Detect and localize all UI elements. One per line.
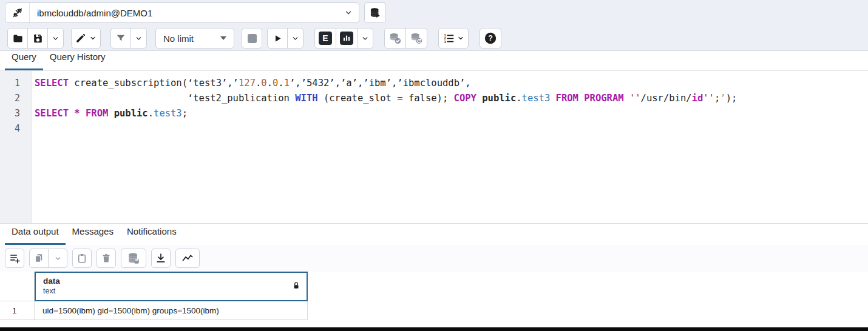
select-caret-icon <box>220 36 226 40</box>
commit-button[interactable] <box>384 28 406 48</box>
window-bottom-edge <box>0 327 868 331</box>
explain-analyze-button[interactable] <box>336 28 358 48</box>
execute-button[interactable] <box>267 28 288 48</box>
rollback-button[interactable] <box>405 28 427 48</box>
row-value-cell[interactable]: uid=1500(ibm) gid=1500(ibm) groups=1500(… <box>35 301 308 320</box>
connection-dropdown[interactable]: ibmclouddb/admin@DEMO1 <box>5 2 359 23</box>
output-tab-bar: Data output Messages Notifications <box>0 223 868 245</box>
sql-editor[interactable]: 1234 SELECT create_subscription(‘test3’,… <box>0 71 868 223</box>
column-name: data <box>43 276 299 286</box>
explain-button[interactable]: E <box>314 28 336 48</box>
save-data-button[interactable] <box>121 249 146 268</box>
row-number-cell[interactable]: 1 <box>0 301 35 320</box>
play-icon <box>273 33 283 44</box>
grid-corner-cell[interactable] <box>0 272 35 301</box>
output-toolbar <box>0 245 868 272</box>
line-number: 2 <box>0 91 20 106</box>
edit-button[interactable] <box>71 28 101 48</box>
lock-icon <box>292 281 300 292</box>
copy-group <box>29 249 67 268</box>
commit-db-check-icon <box>388 32 402 45</box>
copy-options-chevron[interactable] <box>48 249 67 268</box>
editor-gutter: 1234 <box>0 71 32 223</box>
filter-button[interactable] <box>110 28 131 48</box>
editor-tab-bar: Query Query History <box>0 51 868 71</box>
svg-text:?: ? <box>488 34 493 42</box>
transaction-group <box>384 28 427 48</box>
execute-options-chevron[interactable] <box>287 28 303 48</box>
open-file-button[interactable] <box>7 28 28 48</box>
tab-query-history[interactable]: Query History <box>43 50 112 70</box>
line-chart-icon <box>181 252 194 264</box>
help-group: ? <box>480 28 501 48</box>
tab-data-output[interactable]: Data output <box>5 225 66 245</box>
line-number: 4 <box>0 121 20 136</box>
sql-line[interactable]: SELECT * FROM public.test3; <box>35 106 868 121</box>
macros-button[interactable]: 123 <box>438 28 469 48</box>
explain-e-icon: E <box>319 32 332 45</box>
edit-group <box>71 28 101 48</box>
connection-chevron-icon[interactable] <box>338 8 359 17</box>
filter-group <box>110 28 147 48</box>
copy-icon <box>33 253 44 264</box>
query-toolbar: No limit E <box>0 25 868 51</box>
explain-group: E <box>314 28 373 48</box>
download-button[interactable] <box>151 249 171 268</box>
cancel-query-button[interactable] <box>242 28 262 48</box>
add-row-button[interactable] <box>5 249 24 268</box>
database-icon <box>369 7 381 19</box>
copy-button[interactable] <box>29 249 49 268</box>
stop-group <box>242 28 262 48</box>
graph-visualiser-button[interactable] <box>175 249 200 268</box>
save-data-group <box>121 249 146 268</box>
filter-options-chevron[interactable] <box>131 28 147 48</box>
row-limit-select[interactable]: No limit <box>155 28 234 48</box>
query-tool-window: ibmclouddb/admin@DEMO1 <box>0 0 868 331</box>
explain-options-chevron[interactable] <box>357 28 373 48</box>
add-row-group <box>5 249 24 268</box>
new-connection-button[interactable] <box>364 2 386 23</box>
chevron-down-icon <box>361 35 369 42</box>
macro-group: 123 <box>438 28 469 48</box>
save-data-db-icon <box>127 252 140 265</box>
paste-button[interactable] <box>72 249 92 268</box>
delete-button[interactable] <box>97 249 116 268</box>
paste-group <box>72 249 92 268</box>
tab-query[interactable]: Query <box>5 50 43 70</box>
sql-line[interactable]: ‘test2_publication WITH (create_slot = f… <box>35 91 868 106</box>
save-button[interactable] <box>27 28 48 48</box>
column-header-data[interactable]: data text <box>35 272 308 301</box>
sql-line[interactable]: SELECT create_subscription(‘test3’,’127.… <box>35 76 868 91</box>
graph-group <box>175 249 200 268</box>
floppy-icon <box>32 33 44 44</box>
connection-status-cell <box>5 3 30 22</box>
tab-messages[interactable]: Messages <box>66 225 120 245</box>
editor-code[interactable]: SELECT create_subscription(‘test3’,’127.… <box>32 71 868 223</box>
disconnected-plug-icon <box>12 7 24 19</box>
save-options-chevron[interactable] <box>47 28 64 48</box>
grid-data-row[interactable]: 1 uid=1500(ibm) gid=1500(ibm) groups=150… <box>0 301 868 320</box>
result-grid: data text 1 uid=1500(ibm) gid=1500(ibm) … <box>0 272 868 320</box>
tab-notifications[interactable]: Notifications <box>120 225 183 245</box>
clipboard-icon <box>76 253 87 264</box>
stop-icon <box>248 34 257 43</box>
numbered-list-icon: 123 <box>443 33 455 44</box>
download-icon <box>155 253 166 264</box>
chevron-down-icon <box>457 35 464 42</box>
help-button[interactable]: ? <box>480 28 501 48</box>
connection-bar: ibmclouddb/admin@DEMO1 <box>0 0 868 25</box>
connection-name: ibmclouddb/admin@DEMO1 <box>30 8 338 18</box>
row-limit-value: No limit <box>163 33 194 44</box>
line-number: 3 <box>0 106 20 121</box>
chevron-down-icon <box>89 35 97 42</box>
add-row-icon <box>9 253 21 264</box>
chevron-down-icon <box>52 35 59 42</box>
file-group <box>7 28 64 48</box>
filter-funnel-icon <box>115 33 126 44</box>
grid-header-row: data text <box>0 272 868 301</box>
rollback-db-undo-icon <box>410 32 423 45</box>
header: ibmclouddb/admin@DEMO1 <box>0 0 868 51</box>
pencil-icon <box>75 33 86 44</box>
sql-line[interactable] <box>35 121 868 136</box>
explain-analyze-bars-icon <box>340 32 353 45</box>
